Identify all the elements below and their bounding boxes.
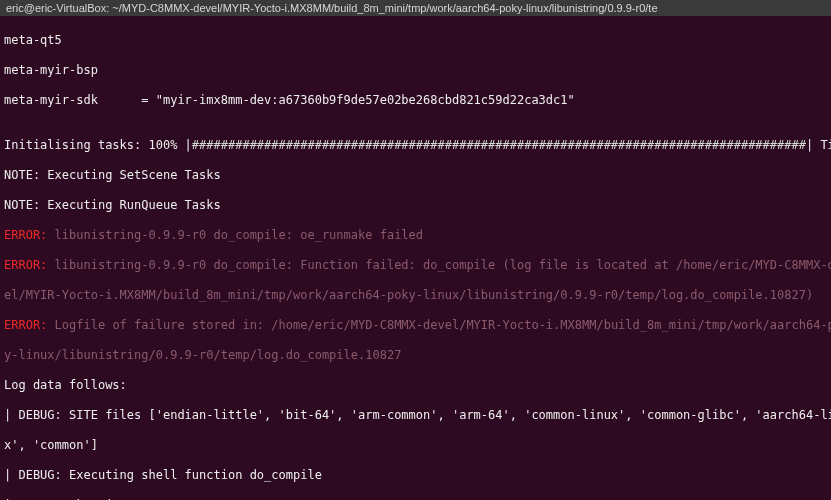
error-text: libunistring-0.9.9-r0 do_compile: oe_run… — [47, 228, 423, 242]
output-line: Initialising tasks: 100% |##############… — [4, 138, 827, 153]
window-title-text: eric@eric-VirtualBox: ~/MYD-C8MMX-devel/… — [6, 2, 658, 14]
output-line: NOTE: Executing SetScene Tasks — [4, 168, 827, 183]
output-line: Log data follows: — [4, 378, 827, 393]
task-time-text: | Time: 0:00:11 — [806, 138, 831, 152]
error-line: el/MYIR-Yocto-i.MX8MM/build_8m_mini/tmp/… — [4, 288, 827, 303]
error-line: ERROR: libunistring-0.9.9-r0 do_compile:… — [4, 258, 827, 273]
output-line: meta-myir-bsp — [4, 63, 827, 78]
error-text: Logfile of failure stored in: /home/eric… — [47, 318, 831, 332]
output-line: | DEBUG: Executing shell function do_com… — [4, 468, 827, 483]
error-line: y-linux/libunistring/0.9.9-r0/temp/log.d… — [4, 348, 827, 363]
error-line: ERROR: libunistring-0.9.9-r0 do_compile:… — [4, 228, 827, 243]
error-label: ERROR: — [4, 228, 47, 242]
terminal-output[interactable]: meta-qt5 meta-myir-bsp meta-myir-sdk = "… — [0, 16, 831, 500]
output-line: meta-myir-sdk = "myir-imx8mm-dev:a67360b… — [4, 93, 827, 108]
output-line: | DEBUG: SITE files ['endian-little', 'b… — [4, 408, 827, 423]
error-text: libunistring-0.9.9-r0 do_compile: Functi… — [47, 258, 831, 272]
error-label: ERROR: — [4, 318, 47, 332]
output-line: x', 'common'] — [4, 438, 827, 453]
output-line: NOTE: Executing RunQueue Tasks — [4, 198, 827, 213]
window-titlebar: eric@eric-VirtualBox: ~/MYD-C8MMX-devel/… — [0, 0, 831, 16]
task-init-text: Initialising tasks: 100% | — [4, 138, 192, 152]
progress-bar: ########################################… — [192, 138, 806, 152]
error-label: ERROR: — [4, 258, 47, 272]
error-line: ERROR: Logfile of failure stored in: /ho… — [4, 318, 827, 333]
output-line: meta-qt5 — [4, 33, 827, 48]
